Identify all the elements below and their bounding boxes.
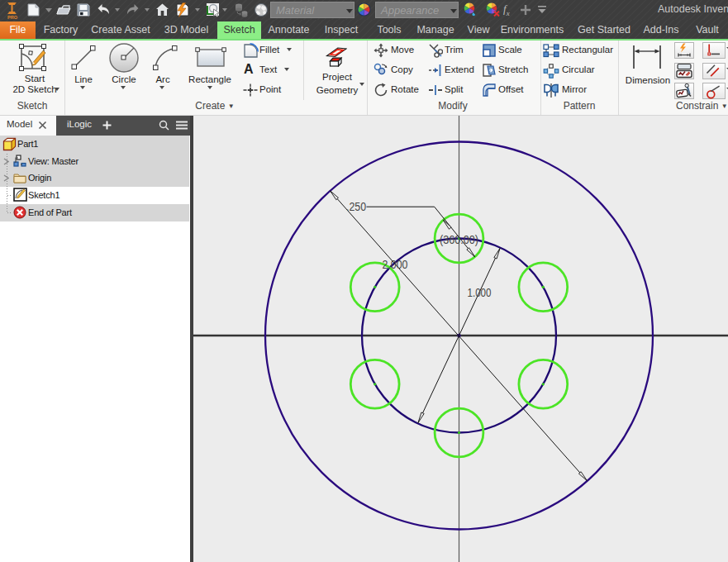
- svg-text:2.000: 2.000: [383, 258, 408, 271]
- svg-text:1.000: 1.000: [468, 286, 492, 299]
- svg-text:PRO: PRO: [7, 15, 18, 20]
- svg-text:.250: .250: [346, 200, 366, 213]
- svg-text:(360.00): (360.00): [440, 233, 478, 246]
